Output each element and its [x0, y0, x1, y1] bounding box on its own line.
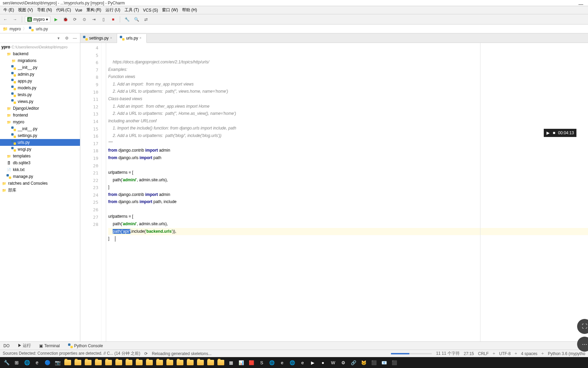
tree-row[interactable]: urls.py: [0, 139, 80, 146]
window-minimize[interactable]: —: [578, 1, 583, 7]
fold-marker[interactable]: [101, 131, 106, 139]
taskbar-folder[interactable]: [104, 358, 113, 367]
taskbar-folder[interactable]: [114, 358, 124, 367]
bottom-tab[interactable]: ▶ 运行: [16, 342, 33, 349]
fold-marker[interactable]: [101, 102, 106, 109]
tree-row[interactable]: manage.py: [0, 173, 80, 180]
tree-row[interactable]: admin.py: [0, 71, 80, 78]
code-line[interactable]: """: [108, 140, 588, 147]
forward-button[interactable]: →: [11, 15, 19, 24]
menu-item[interactable]: 窗口 (W): [160, 6, 180, 14]
code-line[interactable]: from django.contrib import admin: [108, 147, 588, 154]
taskbar-folder[interactable]: [83, 358, 93, 367]
code-line[interactable]: Including another URLconf: [108, 118, 588, 125]
assist-fab[interactable]: ⋯: [577, 337, 588, 352]
code-line[interactable]: from django.urls import path: [108, 154, 588, 162]
stop-icon[interactable]: ■: [552, 131, 556, 135]
taskbar-folder[interactable]: [175, 358, 185, 367]
taskbar-item[interactable]: ⚙: [339, 358, 348, 367]
editor-tab[interactable]: urls.py×: [117, 34, 146, 43]
taskbar-folder[interactable]: [73, 358, 83, 367]
code-line[interactable]: path('admin/', admin.site.urls),: [108, 177, 588, 184]
taskbar-item[interactable]: W: [328, 358, 338, 367]
code-line[interactable]: [108, 206, 588, 213]
bottom-tab[interactable]: DO: [1, 343, 12, 349]
taskbar-folder[interactable]: [216, 358, 226, 367]
taskbar-item[interactable]: 🔧: [2, 358, 11, 367]
fold-marker[interactable]: [101, 117, 106, 124]
menu-item[interactable]: 帮助 (H): [180, 6, 199, 14]
close-icon[interactable]: ×: [110, 36, 114, 40]
tree-root[interactable]: ypro C:\Users\lenovo\Desktop\b\mypro: [0, 44, 80, 50]
tree-row[interactable]: 📁ratches and Consoles: [0, 180, 80, 187]
taskbar-folder[interactable]: [155, 358, 164, 367]
play-icon[interactable]: ▶: [546, 131, 550, 135]
taskbar-item[interactable]: 🌐: [267, 358, 277, 367]
code-line[interactable]: 2. Add a URL to urlpatterns: path('blog/…: [108, 132, 588, 140]
fold-marker[interactable]: [101, 219, 106, 227]
device-button[interactable]: ▯: [99, 15, 108, 24]
fold-marker[interactable]: [101, 175, 106, 183]
taskbar-item[interactable]: 🔵: [43, 358, 52, 367]
tree-row[interactable]: views.py: [0, 98, 80, 105]
breadcrumb-item[interactable]: urls.py: [36, 27, 48, 31]
code-line[interactable]: 2. Add a URL to urlpatterns: path('', vi…: [108, 88, 588, 95]
gear-icon[interactable]: ⚙: [64, 35, 70, 41]
code-line[interactable]: Class-based views: [108, 95, 588, 103]
breadcrumb-item[interactable]: mypro: [10, 27, 21, 31]
fold-marker[interactable]: [101, 72, 106, 80]
tree-row[interactable]: tests.py: [0, 91, 80, 98]
taskbar-folder[interactable]: [63, 358, 72, 367]
fold-marker[interactable]: [101, 50, 106, 58]
attach-button[interactable]: ⇥: [90, 15, 98, 24]
fold-marker[interactable]: [101, 124, 106, 132]
status-encoding[interactable]: UTF-8: [499, 351, 511, 356]
search-button[interactable]: 🔍: [132, 15, 141, 24]
taskbar-item[interactable]: 🌐: [22, 358, 32, 367]
taskbar-item[interactable]: 📊: [236, 358, 246, 367]
code-line[interactable]: 1. Add an import: from my_app import vie…: [108, 81, 588, 88]
fold-marker[interactable]: [101, 43, 106, 50]
tree-row[interactable]: 📁部库: [0, 187, 80, 194]
tree-row[interactable]: 🗄db.sqlite3: [0, 159, 80, 166]
tree-row[interactable]: apps.py: [0, 78, 80, 85]
coverage-button[interactable]: ⟳: [71, 15, 79, 24]
code-line[interactable]: 1. Import the include() function: from d…: [108, 125, 588, 132]
taskbar-folder[interactable]: [145, 358, 154, 367]
menu-item[interactable]: 运行 (U): [103, 6, 122, 14]
tree-row[interactable]: 📁migrations: [0, 57, 80, 64]
tree-row[interactable]: 📁mypro: [0, 119, 80, 125]
fold-marker[interactable]: [101, 205, 106, 212]
profile-button[interactable]: ⊙: [80, 15, 88, 24]
fold-marker[interactable]: [101, 139, 106, 146]
run-configuration-selector[interactable]: dj mypro ▾: [25, 16, 50, 23]
sidebar-dropdown[interactable]: ▾: [55, 35, 62, 41]
fold-marker[interactable]: [101, 109, 106, 117]
video-player-overlay[interactable]: ▶ ■ 00:04:13: [544, 129, 576, 137]
tree-row[interactable]: 📁templates: [0, 153, 80, 159]
code-line[interactable]: from django.contrib import admin: [108, 191, 588, 199]
tree-row[interactable]: settings.py: [0, 132, 80, 139]
taskbar-item[interactable]: S: [257, 358, 266, 367]
code-line[interactable]: ]: [108, 235, 588, 243]
code-line[interactable]: Examples:: [108, 66, 588, 74]
tree-row[interactable]: 📁frontend: [0, 112, 80, 119]
taskbar-folder[interactable]: [94, 358, 103, 367]
fold-marker[interactable]: [101, 146, 106, 153]
taskbar-folder[interactable]: [134, 358, 144, 367]
menu-item[interactable]: 重构 (R): [84, 6, 103, 14]
fold-marker[interactable]: [101, 212, 106, 220]
menu-item[interactable]: Vue: [73, 7, 84, 13]
tree-row[interactable]: wsgi.py: [0, 146, 80, 153]
status-caret-pos[interactable]: 27:15: [464, 351, 474, 356]
taskbar-item[interactable]: ⬛: [390, 358, 399, 367]
taskbar-folder[interactable]: [185, 358, 195, 367]
bottom-tab[interactable]: Python Console: [66, 343, 105, 349]
code-editor[interactable]: 4567891011121314151617181920212223242526…: [80, 43, 588, 341]
run-button[interactable]: ▶: [52, 15, 60, 24]
menu-item[interactable]: 导航 (N): [35, 6, 54, 14]
taskbar-item[interactable]: ●: [318, 358, 328, 367]
taskbar-folder[interactable]: [124, 358, 134, 367]
configure-button[interactable]: 🔧: [123, 15, 131, 24]
fold-marker[interactable]: [101, 87, 106, 95]
